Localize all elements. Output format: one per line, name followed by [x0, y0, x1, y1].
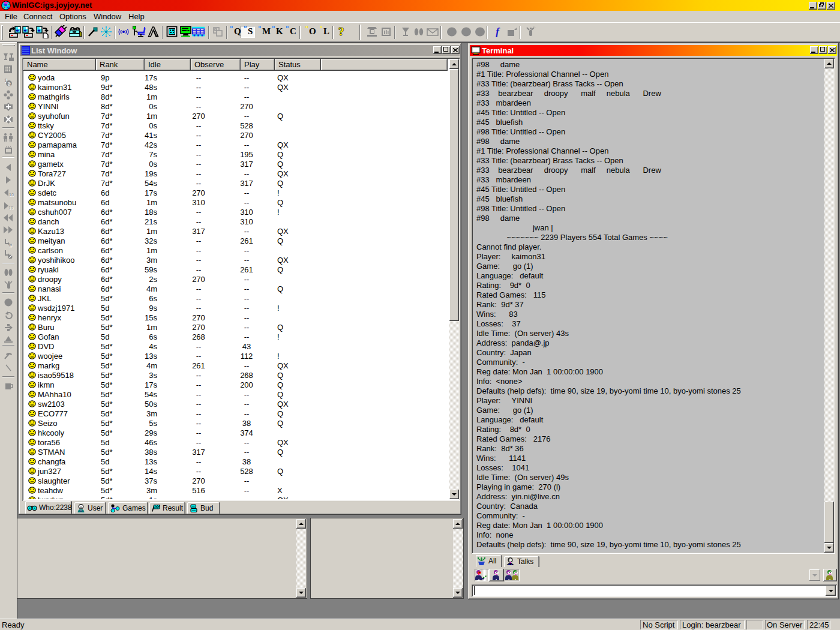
- svg-text:10: 10: [8, 206, 13, 210]
- svg-text:#: #: [9, 242, 12, 248]
- svg-text:10: 10: [9, 193, 14, 197]
- svg-text:2: 2: [8, 81, 11, 86]
- svg-text:?: ?: [338, 25, 344, 38]
